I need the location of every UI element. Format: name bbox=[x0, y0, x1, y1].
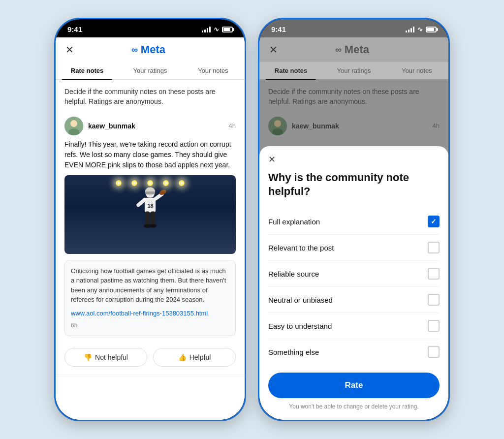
checkbox-item-easy[interactable]: Easy to understand bbox=[268, 313, 440, 339]
screen-content-1: Decide if the community notes on these p… bbox=[56, 80, 245, 420]
thumbsdown-icon: 👎 bbox=[84, 353, 92, 361]
svg-point-1 bbox=[70, 120, 77, 127]
signal-icon-2 bbox=[406, 27, 414, 32]
subtitle-1: Decide if the community notes on these p… bbox=[56, 80, 245, 112]
field-lights bbox=[116, 180, 185, 186]
phone-2: 9:41 ∿ ✕ ∞ bbox=[258, 18, 450, 421]
wifi-icon: ∿ bbox=[214, 26, 219, 33]
note-time-1: 6h bbox=[71, 321, 229, 330]
player-silhouette: 18 bbox=[130, 185, 170, 244]
modal-close-button[interactable]: ✕ bbox=[268, 154, 440, 165]
avatar-img-1 bbox=[64, 117, 83, 135]
tabs-2: Rate notes Your ratings Your notes bbox=[259, 62, 448, 80]
modal-sheet: ✕ Why is the community note helpful? Ful… bbox=[259, 146, 448, 420]
checkbox-label-2: Reliable source bbox=[268, 270, 319, 278]
meta-logo-2: ∞ Meta bbox=[335, 43, 369, 56]
close-button-2[interactable]: ✕ bbox=[269, 44, 278, 56]
meta-logo-1: ∞ Meta bbox=[131, 43, 165, 56]
status-icons-1: ∿ bbox=[202, 26, 233, 33]
modal-title: Why is the community note helpful? bbox=[268, 171, 440, 199]
top-bar-2: ✕ ∞ Meta bbox=[259, 37, 448, 62]
svg-point-14 bbox=[149, 224, 157, 227]
post-image-1: 18 bbox=[64, 175, 236, 254]
phone-1-screen: 9:41 ∿ ✕ ∞ bbox=[56, 19, 245, 420]
tab-your-notes-1[interactable]: Your notes bbox=[182, 62, 245, 79]
checkmark-0: ✓ bbox=[431, 218, 437, 225]
not-helpful-label: Not helpful bbox=[95, 353, 128, 361]
checkbox-label-4: Easy to understand bbox=[268, 322, 332, 330]
checkbox-item-neutral[interactable]: Neutral or unbiased bbox=[268, 287, 440, 313]
tab-rate-notes-1[interactable]: Rate notes bbox=[56, 62, 119, 79]
rate-disclaimer: You won't be able to change or delete yo… bbox=[268, 403, 440, 410]
svg-rect-12 bbox=[151, 211, 155, 225]
post-header-1: kaew_bunmak 4h bbox=[64, 112, 236, 139]
tab-your-ratings-1[interactable]: Your ratings bbox=[119, 62, 182, 79]
avatar-1 bbox=[64, 117, 83, 135]
close-button-1[interactable]: ✕ bbox=[65, 44, 74, 56]
post-item-1: kaew_bunmak 4h Finally! This year, we're… bbox=[56, 112, 245, 376]
community-note-link-1[interactable]: www.aol.com/football-ref-firings-1538031… bbox=[71, 309, 229, 318]
tab-your-notes-2[interactable]: Your notes bbox=[385, 62, 448, 79]
wifi-icon-2: ∿ bbox=[417, 26, 423, 33]
status-bar-2: 9:41 ∿ bbox=[259, 19, 448, 37]
checkbox-box-4[interactable] bbox=[428, 320, 440, 332]
phone-1: 9:41 ∿ ✕ ∞ bbox=[54, 18, 246, 421]
checkbox-box-2[interactable] bbox=[428, 268, 440, 280]
phone-2-screen: 9:41 ∿ ✕ ∞ bbox=[259, 19, 448, 420]
thumbsup-icon: 👍 bbox=[178, 353, 187, 361]
checkbox-item-relevant[interactable]: Relevant to the post bbox=[268, 235, 440, 261]
tabs-1: Rate notes Your ratings Your notes bbox=[56, 62, 245, 80]
helpful-label: Helpful bbox=[189, 353, 211, 361]
community-note-1: Criticizing how football games get offic… bbox=[64, 260, 236, 337]
svg-text:18: 18 bbox=[147, 203, 153, 209]
tab-your-ratings-2[interactable]: Your ratings bbox=[322, 62, 385, 79]
svg-line-8 bbox=[138, 199, 145, 205]
status-icons-2: ∿ bbox=[406, 26, 437, 33]
checkbox-item-full-explanation[interactable]: Full explanation ✓ bbox=[268, 209, 440, 235]
checkbox-label-5: Something else bbox=[268, 348, 319, 356]
rate-button[interactable]: Rate bbox=[268, 373, 440, 398]
checkbox-label-0: Full explanation bbox=[268, 218, 320, 226]
signal-icon bbox=[202, 27, 211, 32]
battery-icon bbox=[222, 27, 233, 32]
checkbox-box-5[interactable] bbox=[428, 346, 440, 358]
meta-symbol-2: ∞ bbox=[335, 45, 342, 55]
svg-rect-5 bbox=[145, 191, 155, 194]
tab-rate-notes-2[interactable]: Rate notes bbox=[259, 62, 322, 79]
checkbox-box-0[interactable]: ✓ bbox=[428, 216, 440, 227]
helpful-button[interactable]: 👍 Helpful bbox=[153, 348, 236, 367]
meta-wordmark-1: Meta bbox=[141, 43, 165, 56]
post-username-1: kaew_bunmak bbox=[88, 122, 224, 130]
meta-symbol-1: ∞ bbox=[131, 45, 138, 55]
not-helpful-button[interactable]: 👎 Not helpful bbox=[64, 348, 147, 367]
action-buttons-1: 👎 Not helpful 👍 Helpful bbox=[64, 342, 236, 375]
community-note-text-1: Criticizing how football games get offic… bbox=[71, 267, 226, 304]
battery-icon-2 bbox=[426, 27, 437, 32]
status-bar-1: 9:41 ∿ bbox=[56, 19, 245, 37]
svg-rect-11 bbox=[145, 211, 150, 225]
top-bar-1: ✕ ∞ Meta bbox=[56, 37, 245, 62]
checkbox-item-something-else[interactable]: Something else bbox=[268, 339, 440, 365]
checkbox-label-1: Relevant to the post bbox=[268, 244, 334, 252]
status-time-2: 9:41 bbox=[271, 25, 286, 33]
phones-container: 9:41 ∿ ✕ ∞ bbox=[54, 18, 450, 421]
checkbox-list: Full explanation ✓ Relevant to the post … bbox=[268, 209, 440, 365]
checkbox-label-3: Neutral or unbiased bbox=[268, 296, 333, 304]
checkbox-item-reliable[interactable]: Reliable source bbox=[268, 261, 440, 287]
post-text-1: Finally! This year, we're taking record … bbox=[64, 139, 236, 175]
status-time-1: 9:41 bbox=[67, 25, 82, 33]
checkbox-box-1[interactable] bbox=[428, 242, 440, 253]
phone2-content-area: Decide if the community notes on these p… bbox=[259, 80, 448, 420]
post-time-1: 4h bbox=[229, 122, 236, 129]
checkbox-box-3[interactable] bbox=[428, 294, 440, 306]
meta-wordmark-2: Meta bbox=[345, 43, 369, 56]
